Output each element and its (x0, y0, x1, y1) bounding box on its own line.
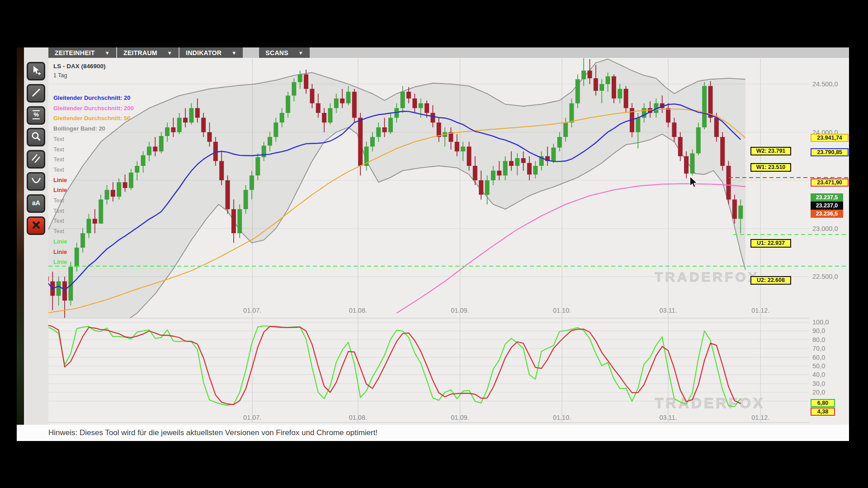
svg-text:aA: aA (32, 199, 40, 206)
legend-item-gleitender-durchschnitt-200[interactable]: Gleitender Durchschnitt: 200 (53, 103, 134, 114)
chevron-down-icon: ▼ (231, 50, 236, 56)
price-label: 23.790,85 (811, 148, 849, 156)
price-label: 23.237,5 (811, 193, 843, 202)
price-label: 23.941,74 (811, 134, 849, 142)
price-label: 23.236,5 (811, 210, 843, 218)
legend-item-linie[interactable]: Linie (53, 247, 134, 258)
legend-item-linie[interactable]: Linie (53, 257, 134, 267)
menu-item-label: ZEITEINHEIT (55, 49, 95, 56)
price-label: 23.237,0 (811, 202, 843, 210)
chevron-down-icon: ▼ (298, 50, 303, 56)
text-tool-button[interactable]: aA (27, 194, 45, 213)
desktop-wallpaper-sliver (17, 47, 24, 441)
drawing-toolbar (24, 47, 49, 425)
curve-tool-button[interactable] (27, 172, 45, 191)
parallel-lines-tool-button[interactable] (27, 150, 45, 169)
price-label: 4,38 (811, 408, 835, 416)
chart-header: LS - DAX (846900) 1 Tag (53, 63, 106, 79)
parallel-icon (30, 153, 42, 166)
chevron-down-icon: ▼ (105, 50, 110, 56)
line-icon (30, 87, 42, 100)
menu-bar: ZEITEINHEIT▼ZEITRAUM▼INDIKATOR▼SCANS▼ (48, 47, 849, 58)
timeframe-label: 1 Tag (53, 72, 106, 79)
legend-item-text[interactable]: Text (53, 155, 134, 165)
hint-text: Hinweis: Dieses Tool wird für die jeweil… (48, 428, 377, 437)
menu-item-label: ZEITRAUM (123, 49, 157, 56)
select-tool-button[interactable] (27, 62, 45, 80)
zoom-tool-button[interactable] (27, 128, 45, 146)
curve-icon (30, 175, 42, 188)
legend-item-linie[interactable]: Linie (53, 175, 134, 186)
aA-icon: aA (30, 197, 42, 211)
application-window: ZEITEINHEIT▼ZEITRAUM▼INDIKATOR▼SCANS▼ LS… (0, 0, 868, 488)
x-icon (30, 219, 42, 233)
pivot-label-w2: W2: 23.791 (750, 147, 791, 155)
cursor-plus-icon (30, 65, 42, 78)
price-label: 6,80 (811, 399, 835, 407)
indicator-legend: Gleitender Durchschnitt: 20Gleitender Du… (53, 93, 134, 267)
chevron-down-icon: ▼ (167, 50, 172, 56)
instrument-title: LS - DAX (846900) (53, 63, 106, 70)
menu-item-zeitraum[interactable]: ZEITRAUM▼ (117, 47, 179, 58)
legend-item-linie[interactable]: Linie (53, 185, 134, 196)
menu-item-label: INDIKATOR (186, 49, 222, 56)
legend-item-text[interactable]: Text (53, 206, 134, 216)
magnifier-icon (30, 131, 42, 144)
pivot-label-u1: U1: 22.937 (750, 239, 791, 248)
pivot-label-w1: W1: 23.510 (750, 163, 791, 172)
menu-item-label: SCANS (265, 49, 288, 56)
mouse-cursor-icon (689, 176, 701, 189)
price-label: 23.471,90 (811, 178, 849, 187)
legend-item-text[interactable]: Text (53, 145, 134, 155)
menu-item-scans[interactable]: SCANS▼ (259, 47, 310, 58)
delete-tool-button[interactable] (27, 216, 45, 235)
chart-surface[interactable] (48, 58, 849, 425)
trendline-tool-button[interactable] (27, 84, 45, 103)
percent-tool-button[interactable]: % (27, 106, 45, 125)
menu-item-indikator[interactable]: INDIKATOR▼ (179, 47, 243, 58)
legend-item-text[interactable]: Text (53, 165, 134, 175)
traderfox-watermark: TRADERFOX (655, 269, 760, 285)
legend-item-linie[interactable]: Linie (53, 237, 134, 247)
legend-item-text[interactable]: Text (53, 216, 134, 226)
percent-icon: % (30, 109, 42, 122)
traderfox-watermark: TRADERFOX (655, 395, 765, 412)
legend-item-bollinger-band-20[interactable]: Bollinger Band: 20 (53, 124, 134, 134)
svg-text:%: % (33, 111, 39, 118)
hint-bar: Hinweis: Dieses Tool wird für die jeweil… (17, 425, 849, 441)
pivot-label-u2: U2: 22.608 (750, 276, 791, 285)
legend-item-text[interactable]: Text (53, 226, 134, 237)
legend-item-gleitender-durchschnitt-20[interactable]: Gleitender Durchschnitt: 20 (53, 93, 134, 103)
legend-item-text[interactable]: Text (53, 196, 134, 206)
legend-item-gleitender-durchschnitt-50[interactable]: Gleitender Durchschnitt: 50 (53, 113, 134, 124)
legend-item-text[interactable]: Text (53, 134, 134, 145)
menu-item-zeiteinheit[interactable]: ZEITEINHEIT▼ (48, 47, 116, 58)
